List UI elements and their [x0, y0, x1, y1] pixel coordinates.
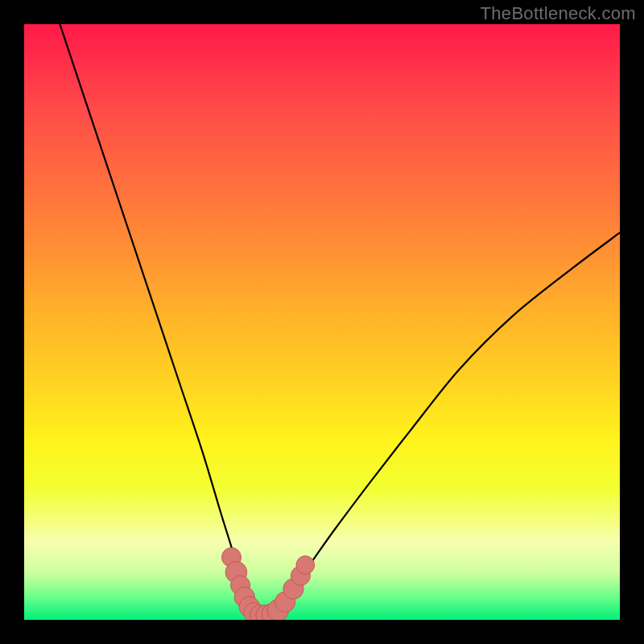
bottleneck-minimum-markers	[222, 547, 315, 620]
watermark-text: TheBottleneck.com	[481, 3, 636, 24]
chart-frame: TheBottleneck.com	[0, 0, 644, 644]
curve-layer	[24, 24, 620, 620]
marker-dot	[296, 556, 315, 575]
left-branch-curve	[60, 24, 258, 617]
plot-area	[24, 24, 620, 620]
